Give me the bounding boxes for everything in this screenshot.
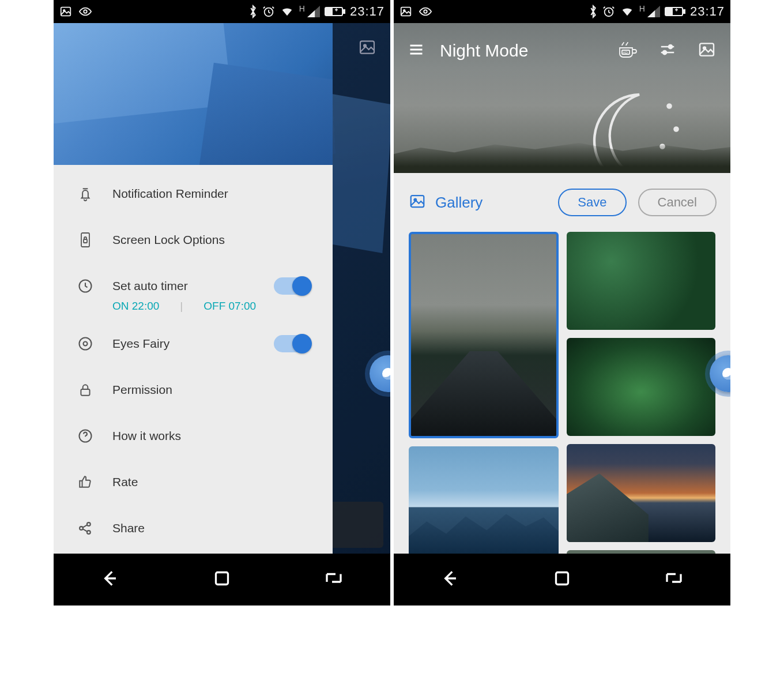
wifi-icon: [280, 5, 295, 18]
svg-rect-25: [683, 10, 685, 13]
wallpaper-thumb[interactable]: [567, 338, 715, 436]
svg-text:AD: AD: [623, 51, 628, 54]
nav-home-button[interactable]: [212, 568, 232, 591]
lock-icon: [76, 380, 95, 400]
drawer-list: Notification Reminder Screen Lock Option…: [54, 165, 333, 554]
auto-timer-schedule[interactable]: ON 22:00 | OFF 07:00: [54, 300, 333, 313]
nav-recent-button[interactable]: [322, 568, 345, 591]
thumbs-up-icon: [76, 472, 95, 492]
gallery-outline-icon[interactable]: [408, 193, 427, 212]
svg-rect-26: [666, 9, 672, 14]
gallery-icon[interactable]: [357, 38, 378, 59]
timer-on-time: 22:00: [132, 300, 160, 312]
divider: |: [180, 300, 183, 313]
drawer-item-eyes-fairy[interactable]: Eyes Fairy: [54, 321, 333, 367]
svg-point-29: [661, 145, 664, 148]
timer-off-prefix: OFF: [203, 300, 228, 312]
bluetooth-icon: [589, 5, 598, 18]
status-bar: H 23:17: [54, 0, 390, 23]
phone-right: H 23:17 Night Mode AD: [394, 0, 730, 606]
page-title: Night Mode: [440, 41, 528, 61]
nav-back-button[interactable]: [99, 567, 122, 592]
drawer-item-how-it-works[interactable]: How it works: [54, 413, 333, 459]
drawer-item-label: Set auto timer: [112, 279, 188, 293]
svg-rect-9: [81, 233, 89, 247]
moon-icon: [570, 83, 685, 173]
phone-left: H 23:17 N: [54, 0, 390, 606]
target-icon: [76, 334, 95, 353]
svg-rect-5: [343, 10, 345, 13]
cancel-button[interactable]: Cancel: [638, 189, 717, 216]
eye-indicator-icon: [78, 5, 93, 18]
auto-timer-toggle[interactable]: [274, 277, 311, 295]
battery-icon: [665, 6, 685, 17]
app-header: Night Mode AD: [394, 28, 730, 74]
eye-indicator-icon: [418, 5, 433, 18]
network-type-indicator: H: [639, 4, 645, 13]
sliders-icon[interactable]: [657, 41, 679, 61]
menu-icon[interactable]: [406, 42, 426, 60]
svg-rect-19: [216, 573, 228, 585]
drawer-item-label: Rate: [112, 475, 138, 489]
system-nav-bar: [394, 554, 730, 606]
nav-home-button[interactable]: [552, 568, 572, 591]
alarm-icon: [262, 5, 275, 18]
svg-rect-6: [326, 9, 332, 14]
drawer-item-label: Permission: [112, 383, 172, 397]
nav-recent-button[interactable]: [662, 568, 685, 591]
status-bar: H 23:17: [394, 0, 730, 23]
network-type-indicator: H: [299, 4, 305, 13]
image-indicator-icon: [399, 5, 412, 18]
svg-point-13: [84, 342, 88, 346]
status-time: 23:17: [690, 4, 725, 19]
drawer-item-rate[interactable]: Rate: [54, 459, 333, 505]
bluetooth-icon: [248, 5, 258, 18]
background-card: [326, 502, 383, 548]
alarm-icon: [602, 5, 615, 18]
help-icon: [76, 426, 95, 446]
drawer-item-screen-lock[interactable]: Screen Lock Options: [54, 217, 333, 263]
image-indicator-icon: [59, 5, 72, 18]
svg-point-22: [424, 10, 427, 13]
save-button[interactable]: Save: [558, 189, 626, 216]
system-nav-bar: [54, 554, 390, 606]
svg-point-27: [668, 104, 670, 107]
wallpaper-grid: [408, 232, 717, 554]
drawer-item-notification-reminder[interactable]: Notification Reminder: [54, 171, 333, 217]
gallery-toolbar: Gallery Save Cancel: [408, 183, 717, 221]
drawer-item-label: How it works: [112, 429, 181, 443]
signal-icon: [307, 6, 320, 17]
gallery-icon[interactable]: [696, 40, 718, 61]
wallpaper-thumb[interactable]: [409, 446, 559, 554]
drawer-item-label: Eyes Fairy: [112, 337, 169, 351]
battery-icon: [325, 6, 345, 17]
drawer-item-share[interactable]: Share: [54, 505, 333, 551]
svg-rect-10: [84, 239, 87, 243]
navigation-drawer: Notification Reminder Screen Lock Option…: [54, 23, 333, 554]
ad-cup-icon[interactable]: AD: [616, 40, 639, 62]
svg-rect-14: [81, 389, 89, 396]
eyes-fairy-toggle[interactable]: [274, 335, 311, 352]
svg-point-12: [80, 338, 92, 350]
nav-back-button[interactable]: [439, 567, 462, 592]
drawer-item-label: Share: [112, 521, 145, 535]
timer-off-time: 07:00: [229, 300, 257, 312]
wallpaper-thumb[interactable]: [567, 444, 715, 542]
svg-point-2: [84, 10, 87, 13]
wallpaper-thumb[interactable]: [567, 232, 715, 330]
clock-icon: [76, 276, 95, 296]
drawer-item-label: Screen Lock Options: [112, 233, 225, 247]
gallery-label[interactable]: Gallery: [435, 194, 483, 212]
svg-rect-38: [556, 573, 568, 585]
wallpaper-thumb-selected[interactable]: [409, 232, 559, 438]
signal-icon: [647, 6, 660, 17]
timer-on-prefix: ON: [112, 300, 132, 312]
drawer-item-label: Notification Reminder: [112, 187, 228, 201]
status-time: 23:17: [350, 4, 385, 19]
svg-point-28: [674, 127, 677, 130]
share-icon: [76, 518, 95, 538]
wifi-icon: [620, 5, 635, 18]
bell-icon: [76, 184, 95, 204]
drawer-header: [54, 23, 333, 165]
drawer-item-permission[interactable]: Permission: [54, 367, 333, 413]
